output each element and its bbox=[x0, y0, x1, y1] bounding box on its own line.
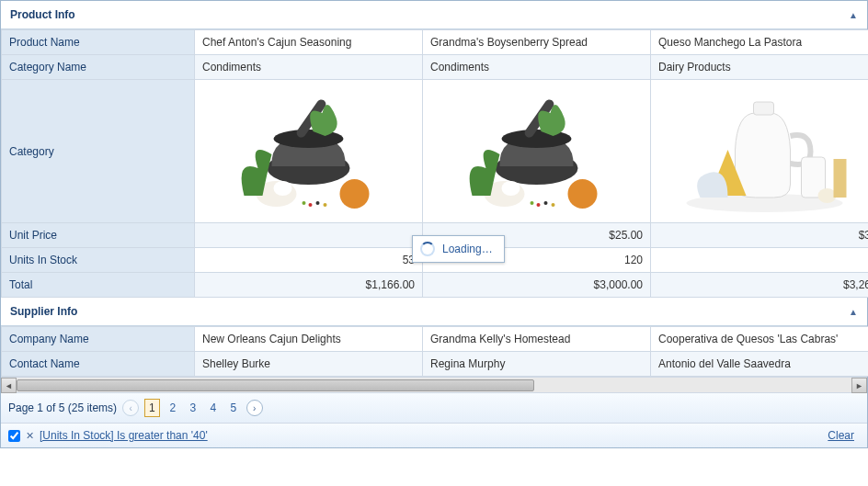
svg-point-8 bbox=[316, 201, 320, 205]
svg-rect-21 bbox=[754, 102, 774, 115]
svg-point-4 bbox=[274, 181, 292, 196]
svg-point-1 bbox=[274, 130, 344, 148]
scroll-thumb[interactable] bbox=[17, 379, 534, 391]
category-image-cell bbox=[423, 80, 651, 223]
cell bbox=[195, 223, 423, 248]
row-category: Category bbox=[2, 80, 869, 223]
cell: New Orleans Cajun Delights bbox=[195, 327, 423, 352]
pager-page-5[interactable]: 5 bbox=[226, 400, 241, 416]
cell: $3 bbox=[651, 223, 869, 248]
svg-point-18 bbox=[544, 201, 548, 205]
scroll-track[interactable] bbox=[17, 378, 851, 392]
svg-point-15 bbox=[568, 179, 598, 209]
svg-point-16 bbox=[531, 201, 534, 205]
cell: Regina Murphy bbox=[423, 352, 651, 377]
svg-point-19 bbox=[552, 203, 555, 207]
cell: $3,000.00 bbox=[423, 273, 651, 298]
cell: $3,26 bbox=[651, 273, 869, 298]
collapse-icon: ▲ bbox=[849, 307, 858, 317]
collapse-icon: ▲ bbox=[849, 10, 858, 20]
pager-page-4[interactable]: 4 bbox=[206, 400, 221, 416]
horizontal-scrollbar[interactable]: ◄ ► bbox=[1, 377, 867, 392]
spinner-icon bbox=[420, 242, 435, 256]
filter-icon: ✕ bbox=[26, 430, 34, 442]
cell: 53 bbox=[195, 248, 423, 273]
category-image-cell bbox=[651, 80, 869, 223]
row-header: Unit Price bbox=[2, 223, 195, 248]
cell: Chef Anton's Cajun Seasoning bbox=[195, 30, 423, 55]
row-header: Total bbox=[2, 273, 195, 298]
cell: Grandma Kelly's Homestead bbox=[423, 327, 651, 352]
pager-page-1[interactable]: 1 bbox=[144, 399, 160, 417]
pager-page-2[interactable]: 2 bbox=[166, 400, 180, 416]
row-company-name: Company Name New Orleans Cajun Delights … bbox=[2, 327, 869, 352]
supplier-info-table: Company Name New Orleans Cajun Delights … bbox=[1, 326, 868, 377]
svg-point-11 bbox=[502, 130, 572, 148]
svg-point-5 bbox=[340, 179, 370, 209]
svg-rect-24 bbox=[834, 159, 847, 198]
row-header: Company Name bbox=[2, 327, 195, 352]
row-total: Total $1,166.00 $3,000.00 $3,26 bbox=[2, 273, 869, 298]
svg-point-17 bbox=[537, 203, 541, 207]
svg-point-9 bbox=[324, 203, 327, 207]
row-contact-name: Contact Name Shelley Burke Regina Murphy… bbox=[2, 352, 869, 377]
loading-text: Loading… bbox=[442, 243, 493, 255]
svg-point-7 bbox=[309, 203, 313, 207]
group-header-label: Product Info bbox=[10, 8, 75, 21]
filter-bar: ✕ [Units In Stock] Is greater than '40' … bbox=[1, 423, 867, 447]
cell: Shelley Burke bbox=[195, 352, 423, 377]
group-header-product-info[interactable]: Product Info ▲ bbox=[1, 1, 867, 29]
scroll-left-button[interactable]: ◄ bbox=[1, 378, 17, 393]
row-header: Contact Name bbox=[2, 352, 195, 377]
group-header-supplier-info[interactable]: Supplier Info ▲ bbox=[1, 298, 867, 326]
svg-point-6 bbox=[303, 201, 306, 205]
filter-enable-checkbox[interactable] bbox=[8, 430, 20, 442]
cell: Cooperativa de Quesos 'Las Cabras' bbox=[651, 327, 869, 352]
cell: Condiments bbox=[423, 55, 651, 80]
row-header: Product Name bbox=[2, 30, 195, 55]
row-header: Units In Stock bbox=[2, 248, 195, 273]
dairy-icon bbox=[658, 85, 868, 214]
pager: Page 1 of 5 (25 items) ‹ 1 2 3 4 5 › bbox=[1, 392, 867, 423]
pager-page-3[interactable]: 3 bbox=[186, 400, 200, 416]
row-header: Category bbox=[2, 80, 195, 223]
pager-prev-button[interactable]: ‹ bbox=[122, 400, 139, 416]
cell: Condiments bbox=[195, 55, 423, 80]
cell: Dairy Products bbox=[651, 55, 869, 80]
category-image-cell bbox=[195, 80, 423, 223]
filter-expression-link[interactable]: [Units In Stock] Is greater than '40' bbox=[40, 429, 208, 442]
cell: Antonio del Valle Saavedra bbox=[651, 352, 869, 377]
loading-indicator: Loading… bbox=[412, 235, 505, 263]
filter-clear-link[interactable]: Clear bbox=[828, 429, 854, 442]
row-product-name: Product Name Chef Anton's Cajun Seasonin… bbox=[2, 30, 869, 55]
condiments-icon bbox=[430, 85, 643, 214]
data-grid: Product Info ▲ Product Name Chef Anton's… bbox=[0, 0, 868, 448]
group-header-label: Supplier Info bbox=[10, 305, 77, 318]
row-category-name: Category Name Condiments Condiments Dair… bbox=[2, 55, 869, 80]
cell bbox=[651, 248, 869, 273]
pager-summary: Page 1 of 5 (25 items) bbox=[8, 401, 117, 414]
pager-next-button[interactable]: › bbox=[246, 400, 263, 416]
condiments-icon bbox=[202, 85, 415, 214]
svg-point-14 bbox=[502, 181, 520, 196]
scroll-right-button[interactable]: ► bbox=[851, 378, 867, 393]
cell: Queso Manchego La Pastora bbox=[651, 30, 869, 55]
row-header: Category Name bbox=[2, 55, 195, 80]
cell: Grandma's Boysenberry Spread bbox=[423, 30, 651, 55]
cell: $1,166.00 bbox=[195, 273, 423, 298]
